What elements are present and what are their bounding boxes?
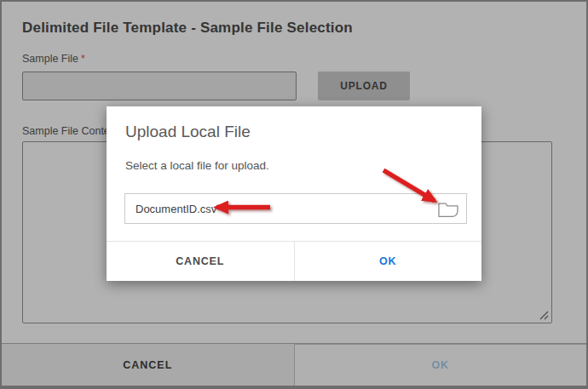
upload-local-file-dialog: Upload Local File Select a local file fo… [107,106,481,281]
dialog-ok-button[interactable]: OK [295,242,482,281]
browse-files-button[interactable] [437,200,459,218]
file-name-input[interactable] [125,194,466,223]
dialog-cancel-button[interactable]: CANCEL [107,242,295,281]
file-input-row [124,193,467,224]
dialog-footer: CANCEL OK [107,241,481,281]
app-window: Delimited File Template - Sample File Se… [0,0,588,389]
dialog-description: Select a local file for upload. [125,159,269,172]
folder-icon [437,200,459,218]
dialog-title: Upload Local File [125,123,251,141]
